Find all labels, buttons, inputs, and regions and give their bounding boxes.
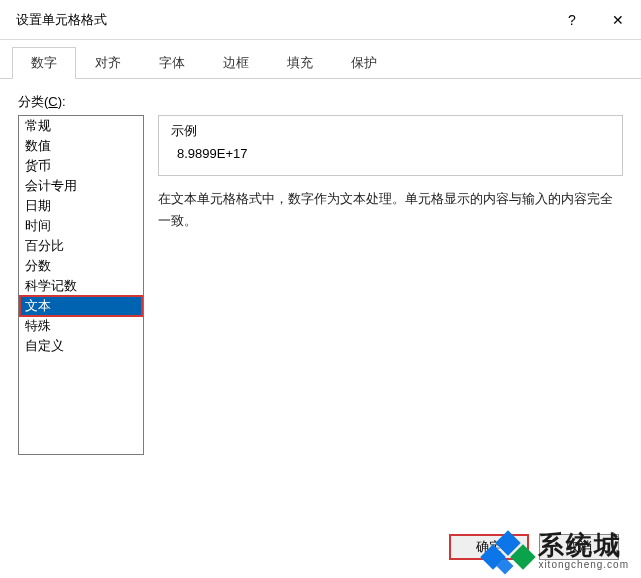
tab-protect[interactable]: 保护	[332, 47, 396, 79]
list-item[interactable]: 百分比	[19, 236, 143, 256]
list-item[interactable]: 会计专用	[19, 176, 143, 196]
content-area: 分类(C): 常规 数值 货币 会计专用 日期 时间 百分比 分数 科学记数 文…	[0, 79, 641, 455]
sample-box: 示例 8.9899E+17	[158, 115, 623, 176]
watermark-text-small: xitongcheng.com	[538, 560, 629, 571]
tab-align[interactable]: 对齐	[76, 47, 140, 79]
list-item[interactable]: 货币	[19, 156, 143, 176]
category-label: 分类(C):	[18, 93, 623, 111]
sample-title: 示例	[171, 122, 610, 140]
category-listbox[interactable]: 常规 数值 货币 会计专用 日期 时间 百分比 分数 科学记数 文本 特殊 自定…	[18, 115, 144, 455]
dialog-title: 设置单元格格式	[16, 11, 549, 29]
list-item[interactable]: 自定义	[19, 336, 143, 356]
cancel-button[interactable]: 取消	[539, 534, 619, 560]
tab-bar: 数字 对齐 字体 边框 填充 保护	[0, 40, 641, 79]
question-icon: ?	[568, 12, 576, 28]
list-item[interactable]: 常规	[19, 116, 143, 136]
help-button[interactable]: ?	[549, 0, 595, 40]
list-item[interactable]: 科学记数	[19, 276, 143, 296]
tab-number[interactable]: 数字	[12, 47, 76, 79]
list-item[interactable]: 分数	[19, 256, 143, 276]
ok-button[interactable]: 确定	[449, 534, 529, 560]
list-item[interactable]: 数值	[19, 136, 143, 156]
format-description: 在文本单元格格式中，数字作为文本处理。单元格显示的内容与输入的内容完全一致。	[158, 188, 623, 232]
tab-font[interactable]: 字体	[140, 47, 204, 79]
close-button[interactable]: ✕	[595, 0, 641, 40]
close-icon: ✕	[612, 12, 624, 28]
list-item[interactable]: 特殊	[19, 316, 143, 336]
tab-border[interactable]: 边框	[204, 47, 268, 79]
list-item-selected[interactable]: 文本	[19, 295, 143, 317]
sample-value: 8.9899E+17	[171, 146, 610, 161]
tab-fill[interactable]: 填充	[268, 47, 332, 79]
list-item[interactable]: 日期	[19, 196, 143, 216]
title-bar: 设置单元格格式 ? ✕	[0, 0, 641, 40]
right-pane: 示例 8.9899E+17 在文本单元格格式中，数字作为文本处理。单元格显示的内…	[158, 115, 623, 455]
dialog-footer: 确定 取消	[449, 534, 619, 560]
list-item[interactable]: 时间	[19, 216, 143, 236]
